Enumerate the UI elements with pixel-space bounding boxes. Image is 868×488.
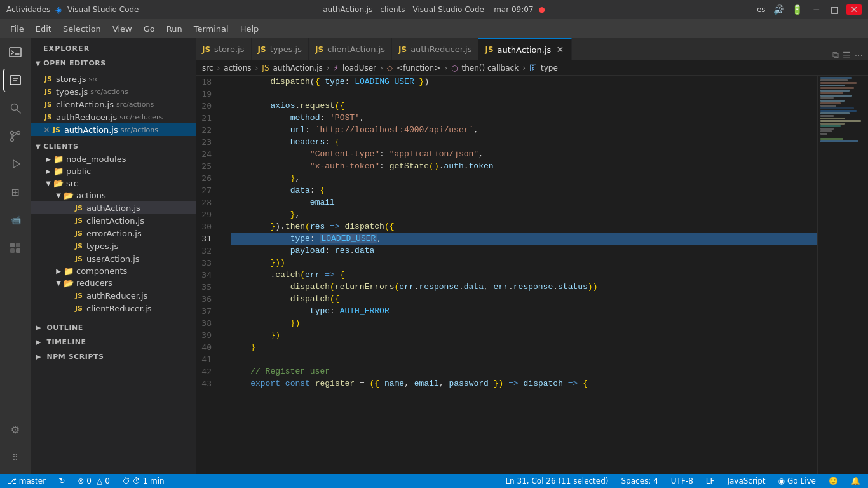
open-editor-authreducer[interactable]: JS authReducer.js src/reducers — [31, 111, 196, 123]
code-content[interactable]: dispatch({ type: LOADING_USER }) axios.r… — [224, 76, 817, 474]
cursor-position-status[interactable]: Ln 31, Col 26 (11 selected) — [503, 477, 611, 485]
tree-public[interactable]: ▶ 📁 public — [31, 165, 196, 177]
tab-types[interactable]: JS types.js — [252, 38, 309, 60]
feedback-icon[interactable]: 🙂 — [826, 477, 841, 485]
ln-36: 36 — [196, 293, 218, 305]
tab-authaction[interactable]: JS authAction.js ✕ — [478, 38, 572, 60]
menu-selection[interactable]: Selection — [58, 22, 106, 36]
code-line-43: export const register = ({ name, email, … — [231, 377, 817, 390]
breadcrumb-func-icon: ⚡ — [334, 64, 339, 72]
win-maximize-btn[interactable]: □ — [827, 4, 843, 15]
tab-authreducer[interactable]: JS authReducer.js — [392, 38, 478, 60]
ln-19: 19 — [196, 88, 218, 100]
activity-terminal-icon[interactable] — [4, 41, 27, 64]
activity-search-icon[interactable] — [4, 97, 27, 119]
breadcrumb-authaction[interactable]: authAction.js — [273, 64, 323, 72]
activity-debug-icon[interactable] — [4, 152, 27, 175]
breadcrumb-loaduser[interactable]: loadUser — [342, 64, 376, 72]
sync-status[interactable]: ↻ — [56, 477, 67, 485]
breadcrumb-actions[interactable]: actions — [224, 64, 251, 72]
tree-reducers[interactable]: ▼ 📂 reducers — [31, 277, 196, 289]
tree-actions[interactable]: ▼ 📂 actions — [31, 189, 196, 201]
spaces-status[interactable]: Spaces: 4 — [619, 477, 661, 485]
activity-settings-icon[interactable]: ⚙ — [4, 418, 27, 441]
lang-indicator[interactable]: es — [757, 5, 766, 14]
tree-clientaction[interactable]: JS clientAction.js — [31, 214, 196, 227]
npm-scripts-section[interactable]: ▶ NPM SCRIPTS — [31, 349, 196, 363]
tree-node-modules[interactable]: ▶ 📁 node_modules — [31, 153, 196, 165]
tab-close-icon[interactable]: ✕ — [555, 44, 565, 55]
timeline-section[interactable]: ▶ TIMELINE — [31, 334, 196, 349]
code-line-40: } — [231, 341, 817, 353]
outline-section[interactable]: ▶ OUTLINE — [31, 320, 196, 334]
close-icon[interactable]: ✕ — [43, 125, 50, 135]
tree-useraction[interactable]: JS userAction.js — [31, 252, 196, 265]
svg-rect-12 — [16, 243, 20, 247]
toggle-panel-icon[interactable]: ☰ — [843, 50, 851, 60]
menu-help[interactable]: Help — [235, 22, 264, 36]
open-editor-types[interactable]: JS types.js src/actions — [31, 85, 196, 98]
open-editors-section-header[interactable]: ▼ OPEN EDITORS — [31, 57, 196, 70]
breadcrumb-function[interactable]: <function> — [397, 64, 440, 72]
more-actions-icon[interactable]: ··· — [855, 50, 863, 60]
eol-status[interactable]: LF — [703, 477, 717, 485]
menu-view[interactable]: View — [107, 22, 137, 36]
activity-git-icon[interactable] — [4, 125, 27, 147]
tree-components[interactable]: ▶ 📁 components — [31, 265, 196, 277]
ln-23: 23 — [196, 136, 218, 148]
encoding-status[interactable]: UTF-8 — [668, 477, 696, 485]
tree-authreducer[interactable]: JS authReducer.js — [31, 289, 196, 302]
activity-apps-icon[interactable]: ⠿ — [4, 446, 27, 469]
tree-types-label: types.js — [86, 241, 118, 251]
js-icon: JS — [74, 303, 84, 313]
open-editor-clientaction[interactable]: JS clientAction.js src/actions — [31, 98, 196, 111]
notification-icon[interactable]: 🔔 — [848, 477, 863, 485]
win-close-btn[interactable]: ✕ — [846, 4, 862, 15]
menu-file[interactable]: File — [5, 22, 29, 36]
git-branch-status[interactable]: ⎇ master — [5, 477, 48, 485]
activity-slack-icon[interactable] — [4, 236, 27, 259]
breadcrumb-then[interactable]: then() callback — [462, 64, 519, 72]
smiley-icon: 🙂 — [829, 477, 838, 485]
tree-erroraction[interactable]: JS errorAction.js — [31, 227, 196, 240]
open-editor-store-path: src — [88, 75, 98, 83]
activity-extensions-icon[interactable]: ⊞ — [4, 180, 27, 203]
open-editor-store[interactable]: JS store.js src — [31, 72, 196, 85]
svg-point-9 — [11, 139, 14, 142]
editor-container: JS store.js JS types.js JS clientAction.… — [196, 38, 868, 474]
ln-42: 42 — [196, 365, 218, 377]
breadcrumb-src[interactable]: src — [202, 64, 214, 72]
clients-section-header[interactable]: ▼ CLIENTS — [31, 140, 196, 153]
win-minimize-btn[interactable]: ─ — [810, 4, 823, 15]
tree-types[interactable]: JS types.js — [31, 240, 196, 252]
tree-src[interactable]: ▼ 📂 src — [31, 177, 196, 189]
js-icon: JS — [74, 290, 84, 301]
tab-clientaction[interactable]: JS clientAction.js — [309, 38, 392, 60]
menu-run[interactable]: Run — [161, 22, 187, 36]
menu-edit[interactable]: Edit — [31, 22, 57, 36]
cursor-position-label: Ln 31, Col 26 (11 selected) — [505, 477, 608, 485]
open-editor-authaction[interactable]: ✕ JS authAction.js src/actions — [31, 123, 196, 136]
clock-status[interactable]: ⏱ ⏱ 1 min — [120, 477, 167, 485]
activity-explorer-icon[interactable] — [3, 69, 26, 92]
tree-erroraction-label: errorAction.js — [86, 229, 142, 238]
language-status[interactable]: JavaScript — [724, 477, 768, 485]
breadcrumb-sep6: › — [522, 64, 526, 72]
ln-29: 29 — [196, 208, 218, 220]
activity-zoom-icon[interactable]: 📹 — [4, 208, 27, 231]
split-editor-icon[interactable]: ⧉ — [832, 50, 839, 60]
go-live-status[interactable]: ◉ Go Live — [776, 477, 818, 485]
npm-scripts-label: NPM SCRIPTS — [46, 353, 104, 361]
folder-arrow-icon: ▶ — [43, 168, 53, 175]
code-line-25: "x-auth-token": getState().auth.token — [231, 160, 817, 172]
git-branch-icon: ⎇ — [8, 477, 17, 485]
folder-icon: 📂 — [64, 278, 74, 288]
tree-clientreducer[interactable]: JS clientReducer.js — [31, 302, 196, 315]
errors-status[interactable]: ⊗ 0 △ 0 — [75, 477, 112, 485]
tree-authaction[interactable]: JS authAction.js — [31, 201, 196, 214]
menu-go[interactable]: Go — [139, 22, 160, 36]
tab-store[interactable]: JS store.js — [196, 38, 252, 60]
breadcrumb-type[interactable]: type — [541, 64, 558, 72]
os-label[interactable]: Actividades — [6, 5, 50, 14]
menu-terminal[interactable]: Terminal — [189, 22, 234, 36]
